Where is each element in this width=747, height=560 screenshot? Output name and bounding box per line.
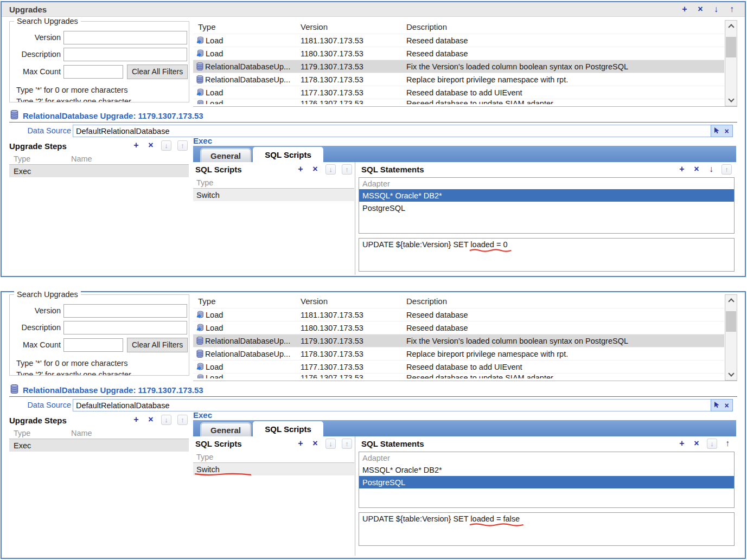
- script-row-switch[interactable]: Switch: [193, 189, 354, 201]
- table-row-clipped[interactable]: Load 1176.1307.173.53 Reseed database to…: [193, 373, 724, 378]
- delete-step-icon[interactable]: ×: [146, 140, 155, 151]
- move-up-icon[interactable]: ↑: [727, 4, 736, 15]
- table-row-selected[interactable]: RelationalDatabaseUp... 1179.1307.173.53…: [193, 60, 724, 73]
- search-upgrades-group: Search Upgrades Version Description Max …: [9, 294, 189, 376]
- delete-icon[interactable]: ×: [696, 4, 705, 15]
- table-row[interactable]: Load 1177.1307.173.53 Reseed database to…: [193, 360, 724, 373]
- steps-column-name: Name: [71, 429, 92, 437]
- step-move-up-icon[interactable]: ↑: [177, 415, 188, 425]
- delete-statement-icon[interactable]: ×: [692, 164, 701, 175]
- table-row[interactable]: Load 1177.1307.173.53 Reseed database to…: [193, 86, 724, 99]
- column-header-version[interactable]: Version: [301, 297, 406, 306]
- upgrades-table: Type Version Description Load 1181.1307.…: [193, 20, 737, 107]
- step-row-exec[interactable]: Exec: [9, 165, 189, 177]
- add-step-icon[interactable]: +: [132, 140, 141, 151]
- statement-move-up-icon[interactable]: ↑: [722, 164, 732, 175]
- delete-script-icon[interactable]: ×: [311, 438, 320, 449]
- load-icon: [196, 374, 204, 379]
- tab-general[interactable]: General: [201, 423, 251, 436]
- table-row-selected[interactable]: RelationalDatabaseUp... 1179.1307.173.53…: [193, 334, 724, 347]
- column-header-version[interactable]: Version: [301, 22, 406, 31]
- delete-script-icon[interactable]: ×: [311, 164, 320, 175]
- table-row[interactable]: Load 1180.1307.173.53 Reseed database: [193, 321, 724, 334]
- description-input[interactable]: [63, 321, 187, 334]
- clear-icon[interactable]: ×: [723, 126, 730, 137]
- load-icon: [196, 363, 204, 371]
- adapter-row-postgresql[interactable]: PostgreSQL: [359, 202, 734, 214]
- sql-text-marked: loaded = false: [470, 514, 520, 523]
- sql-statement-editor[interactable]: UPDATE ${table:Version} SET loaded = 0: [359, 238, 735, 272]
- scroll-down-icon[interactable]: [725, 370, 737, 379]
- script-move-up-icon[interactable]: ↑: [342, 439, 352, 449]
- step-move-down-icon[interactable]: ↓: [161, 415, 171, 425]
- titlebar-toolbar: + × ↓ ↑: [680, 4, 736, 15]
- version-input[interactable]: [63, 304, 187, 318]
- column-header-description[interactable]: Description: [406, 22, 724, 31]
- max-count-input[interactable]: [63, 338, 123, 352]
- tab-sql-scripts[interactable]: SQL Scripts: [253, 147, 323, 162]
- pick-cursor-icon[interactable]: [713, 126, 720, 136]
- load-icon: [196, 88, 204, 96]
- scrollbar-thumb[interactable]: [726, 311, 736, 332]
- step-move-up-icon[interactable]: ↑: [177, 140, 188, 151]
- add-statement-icon[interactable]: +: [678, 438, 686, 449]
- tab-sql-scripts[interactable]: SQL Scripts: [253, 421, 323, 436]
- clear-icon[interactable]: ×: [723, 400, 730, 411]
- description-input[interactable]: [63, 48, 187, 61]
- table-row-clipped[interactable]: Load 1176.1307.173.53 Reseed database to…: [193, 99, 724, 104]
- steps-column-type: Type: [9, 429, 71, 437]
- description-label: Description: [11, 50, 63, 59]
- upgrade-steps-panel: Upgrade Steps + × ↓ ↑ Type Name Exec: [9, 139, 189, 274]
- statement-move-down-icon[interactable]: ↓: [707, 164, 716, 175]
- clear-all-filters-button[interactable]: Clear All Filters: [127, 338, 188, 352]
- error-underline: [469, 248, 512, 253]
- data-source-input[interactable]: [73, 399, 714, 411]
- step-row-exec[interactable]: Exec: [9, 439, 189, 452]
- sql-statement-editor[interactable]: UPDATE ${table:Version} SET loaded = fal…: [359, 512, 735, 546]
- panel-body: Search Upgrades Version Description Max …: [2, 292, 745, 558]
- table-row[interactable]: Load 1181.1307.173.53 Reseed database: [193, 308, 724, 321]
- table-row[interactable]: RelationalDatabaseUp... 1178.1307.173.53…: [193, 347, 724, 360]
- delete-step-icon[interactable]: ×: [146, 414, 155, 425]
- version-input[interactable]: [63, 31, 187, 44]
- table-row[interactable]: RelationalDatabaseUp... 1178.1307.173.53…: [193, 73, 724, 86]
- table-row[interactable]: Load 1180.1307.173.53 Reseed database: [193, 47, 724, 60]
- script-move-down-icon[interactable]: ↓: [325, 439, 336, 449]
- scroll-down-icon[interactable]: [725, 95, 737, 105]
- add-statement-icon[interactable]: +: [678, 164, 686, 175]
- scroll-up-icon[interactable]: [725, 21, 737, 31]
- adapter-row-mssql-selected[interactable]: MSSQL* Oracle* DB2*: [359, 189, 734, 202]
- add-script-icon[interactable]: +: [296, 438, 305, 449]
- steps-column-name: Name: [71, 155, 92, 163]
- add-script-icon[interactable]: +: [296, 164, 305, 175]
- column-header-description[interactable]: Description: [406, 297, 724, 306]
- delete-statement-icon[interactable]: ×: [692, 438, 701, 449]
- script-row-switch[interactable]: Switch: [193, 463, 354, 475]
- adapter-row-mssql[interactable]: MSSQL* Oracle* DB2*: [359, 464, 734, 476]
- section-divider: [9, 122, 737, 123]
- statement-move-up-icon[interactable]: ↑: [723, 438, 732, 449]
- table-row[interactable]: Load 1181.1307.173.53 Reseed database: [193, 34, 724, 47]
- data-source-input[interactable]: [73, 125, 714, 137]
- error-underline: [469, 523, 524, 527]
- statement-move-down-icon[interactable]: ↓: [707, 439, 717, 449]
- table-scrollbar[interactable]: [725, 294, 737, 381]
- move-down-icon[interactable]: ↓: [712, 4, 720, 15]
- table-scrollbar[interactable]: [725, 20, 737, 106]
- scrollbar-thumb[interactable]: [726, 37, 736, 57]
- scroll-up-icon[interactable]: [725, 295, 737, 305]
- clear-all-filters-button[interactable]: Clear All Filters: [127, 65, 188, 79]
- script-move-up-icon[interactable]: ↑: [342, 164, 352, 175]
- script-move-down-icon[interactable]: ↓: [325, 164, 336, 175]
- column-header-type[interactable]: Type: [193, 22, 301, 31]
- add-icon[interactable]: +: [680, 4, 689, 15]
- add-step-icon[interactable]: +: [132, 414, 141, 425]
- tab-general[interactable]: General: [201, 149, 251, 162]
- max-count-input[interactable]: [63, 65, 123, 79]
- adapter-row-postgresql-selected[interactable]: PostgreSQL: [359, 476, 734, 488]
- wildcard-hint-star: Type '*' for 0 or more characters: [16, 86, 127, 94]
- step-move-down-icon[interactable]: ↓: [161, 140, 171, 151]
- screenshot-stage: Upgrades + × ↓ ↑ Search Upgrades Version…: [0, 0, 747, 560]
- pick-cursor-icon[interactable]: [713, 401, 720, 410]
- column-header-type[interactable]: Type: [193, 297, 301, 306]
